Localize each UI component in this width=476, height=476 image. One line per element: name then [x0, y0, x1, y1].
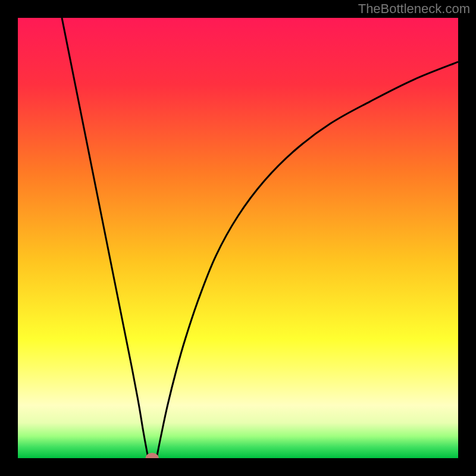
- chart-area: [18, 18, 458, 458]
- watermark-label: TheBottleneck.com: [358, 1, 470, 17]
- chart-background: [18, 18, 458, 458]
- chart-svg: [18, 18, 458, 458]
